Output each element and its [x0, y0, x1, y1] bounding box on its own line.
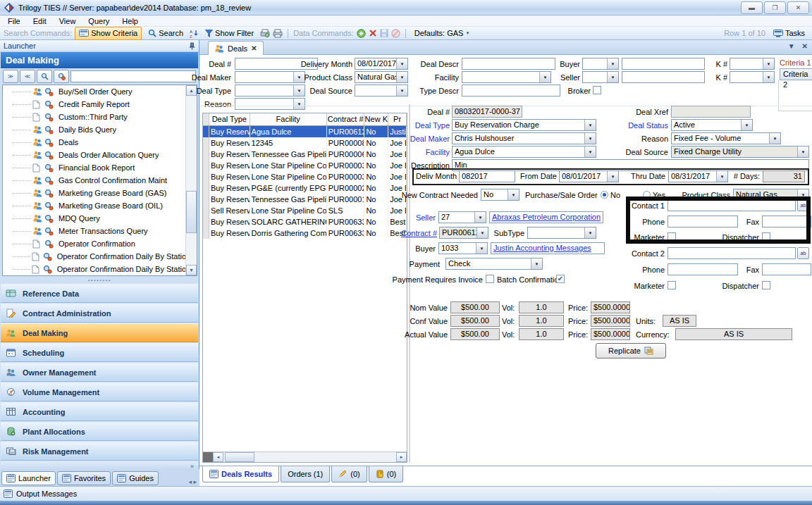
- chevron-down-icon[interactable]: ▼: [476, 227, 488, 238]
- chevron-down-icon[interactable]: ▼: [797, 146, 808, 157]
- tab-0[interactable]: (0): [369, 466, 403, 482]
- contact2-dispatcher-checkbox[interactable]: [762, 281, 770, 289]
- close-button[interactable]: ✕: [787, 1, 809, 14]
- find-icon[interactable]: [37, 70, 52, 83]
- hscroll-thumb[interactable]: [225, 452, 254, 462]
- defaults-dropdown[interactable]: Defaults: GAS ▼: [411, 27, 474, 39]
- table-row[interactable]: Sell ReservatLone Star Pipeline CompSLSN…: [203, 205, 407, 216]
- tab-deals[interactable]: Deals ✕: [208, 41, 264, 55]
- detail-buyer-name-link[interactable]: Justin Accounting Messages: [491, 242, 605, 254]
- detail-deal-type-label[interactable]: Deal Type: [395, 120, 450, 131]
- detail-deal-xref-input[interactable]: [671, 106, 751, 118]
- replicate-button[interactable]: Replicate: [596, 343, 666, 359]
- tab-list-icon[interactable]: ▼: [788, 42, 795, 50]
- section-plant-allocations[interactable]: Plant Allocations: [1, 422, 198, 441]
- grid-column-contract[interactable]: Contract #: [327, 113, 365, 125]
- print-preview-icon[interactable]: [260, 29, 270, 38]
- criteria-reason-combo[interactable]: ▼: [235, 98, 305, 110]
- menu-query[interactable]: Query: [82, 15, 116, 27]
- detail-thru-date-combo[interactable]: 08/31/2017▼: [668, 170, 728, 182]
- save-icon[interactable]: [380, 29, 388, 37]
- detail-seller-name-link[interactable]: Abraxas Petroleum Corporation: [489, 211, 603, 223]
- criteria-facility-combo[interactable]: ▼: [462, 71, 551, 83]
- row-selector[interactable]: [203, 182, 209, 194]
- hscroll-track[interactable]: [254, 452, 396, 462]
- criteria-product-class-combo[interactable]: Natural Gas▼: [355, 71, 408, 83]
- tab-orders-1[interactable]: Orders (1): [281, 466, 330, 482]
- detail-reason-combo[interactable]: Fixed Fee - Volume▼: [671, 132, 781, 144]
- tab-criteria-2[interactable]: Criteria 2: [780, 68, 812, 80]
- criteria-delivery-month-combo[interactable]: 08/01/2017▼: [355, 58, 408, 70]
- detail-deal-source-combo[interactable]: Fixed Charge Utility▼: [671, 146, 809, 158]
- scroll-right-icon[interactable]: ▸: [396, 452, 407, 462]
- row-selector[interactable]: [203, 160, 209, 171]
- detail-deal-maker-label[interactable]: Deal Maker: [395, 134, 450, 144]
- chevron-down-icon[interactable]: ▼: [396, 58, 407, 69]
- criteria-k1-combo[interactable]: ▼: [730, 58, 775, 70]
- contact2-phone-input[interactable]: [668, 263, 738, 275]
- launcher-splitter[interactable]: ▪▪▪▪▪▪▪▪: [2, 278, 197, 282]
- chevron-down-icon[interactable]: ▼: [716, 171, 727, 182]
- find-clear-icon[interactable]: [54, 70, 69, 83]
- show-criteria-button[interactable]: Show Criteria: [75, 27, 142, 40]
- menu-help[interactable]: Help: [116, 15, 144, 27]
- chevron-down-icon[interactable]: ▼: [396, 72, 407, 82]
- restore-button[interactable]: ❐: [764, 1, 786, 14]
- detail-facility-label[interactable]: Facility: [395, 147, 450, 158]
- criteria-k2-combo[interactable]: ▼: [730, 71, 775, 83]
- detail-from-date-combo[interactable]: 08/01/2017▼: [559, 170, 619, 182]
- table-row[interactable]: Buy ReservatAgua DulcePUR00612NoJustin: [203, 126, 407, 137]
- chevron-down-icon[interactable]: ▼: [607, 72, 618, 82]
- tab-favorites[interactable]: Favorites: [57, 471, 111, 485]
- section-deal-making[interactable]: Deal Making: [1, 323, 198, 342]
- tab-scroll-arrows[interactable]: ◂ ▸: [188, 478, 198, 485]
- tree-item-sales-order-by-field-location[interactable]: Sales Order by Field/Location: [3, 275, 197, 276]
- section-scheduling[interactable]: Scheduling: [1, 343, 198, 362]
- row-selector[interactable]: [203, 137, 209, 149]
- chevron-down-icon[interactable]: ▼: [584, 146, 596, 157]
- tab-criteria-1[interactable]: Criteria 1: [780, 58, 811, 68]
- contact2-fax-input[interactable]: [762, 263, 811, 275]
- tree-scrollbar[interactable]: ▲ ▼: [185, 85, 197, 275]
- tab-0[interactable]: (0): [331, 466, 367, 482]
- criteria-seller-combo[interactable]: ▼: [582, 71, 619, 83]
- chevron-down-icon[interactable]: ▼: [763, 72, 774, 82]
- scroll-thumb[interactable]: [186, 191, 197, 233]
- tab-guides[interactable]: Guides: [112, 471, 159, 485]
- contact2-marketer-checkbox[interactable]: [668, 281, 676, 289]
- chevron-down-icon[interactable]: ▼: [584, 227, 596, 238]
- grid-column-facility[interactable]: Facility: [250, 113, 327, 125]
- detail-new-contract-combo[interactable]: No▼: [481, 189, 519, 201]
- menu-edit[interactable]: Edit: [27, 15, 53, 27]
- criteria-buyer-combo[interactable]: ▼: [582, 58, 619, 70]
- chevron-down-icon[interactable]: ▼: [741, 120, 752, 130]
- grid-hscrollbar[interactable]: ◂▸: [203, 451, 407, 462]
- menu-file[interactable]: File: [1, 15, 27, 27]
- row-selector[interactable]: [203, 227, 209, 239]
- detail-facility-combo[interactable]: Agua Dulce▼: [452, 146, 596, 158]
- contact2-input[interactable]: [668, 247, 796, 259]
- detail-deliv-month-input[interactable]: 082017: [459, 170, 515, 182]
- scroll-down-icon[interactable]: ▼: [186, 265, 197, 275]
- tree-item-daily-bids-query[interactable]: Daily Bids Query: [3, 123, 197, 136]
- cancel-icon[interactable]: [391, 29, 400, 38]
- add-record-icon[interactable]: [357, 29, 366, 38]
- scroll-left-icon[interactable]: ◂: [213, 452, 223, 462]
- detail-seller-label[interactable]: Seller: [395, 213, 436, 223]
- detail-deal-status-combo[interactable]: Active▼: [671, 119, 753, 131]
- table-row[interactable]: Buy ReservatDorris Gathering ComparPUR00…: [203, 227, 407, 239]
- detail-deal-type-combo[interactable]: Buy Reservation Charge▼: [452, 119, 596, 131]
- table-row[interactable]: Buy ReservatSOLARC GATHERING S)PUR00633N…: [203, 216, 407, 227]
- tree-item-deals[interactable]: Deals: [3, 136, 197, 149]
- sort-icon[interactable]: AZ: [190, 29, 199, 38]
- grid-column-deal-type[interactable]: Deal Type: [209, 113, 250, 125]
- row-selector[interactable]: [203, 216, 209, 227]
- show-filter-button[interactable]: Show Filter: [202, 27, 257, 39]
- tree-item-financial-book-report[interactable]: Financial Book Report: [3, 161, 197, 174]
- row-selector[interactable]: [203, 194, 209, 205]
- chevron-down-icon[interactable]: ▼: [396, 85, 407, 96]
- section-contract-administration[interactable]: Contract Administration: [1, 304, 198, 323]
- grid-column-new-k[interactable]: New K: [364, 113, 388, 125]
- criteria-broker-checkbox[interactable]: [593, 86, 601, 94]
- tab-deals-results[interactable]: Deals Results: [202, 466, 279, 482]
